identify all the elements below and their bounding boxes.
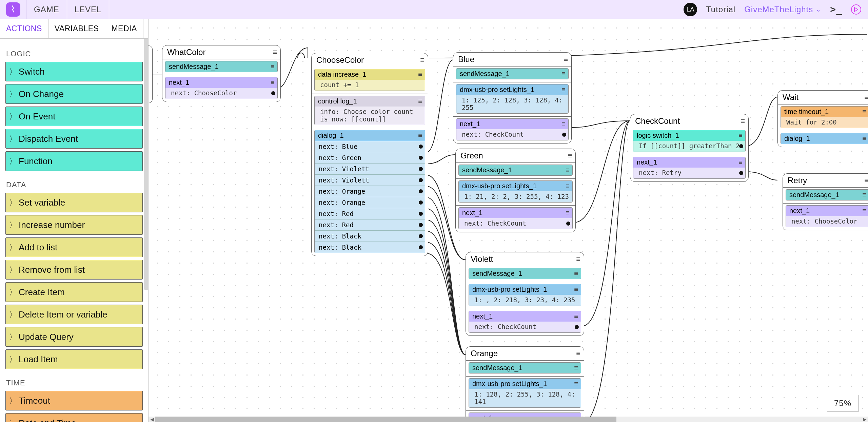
- node-violett[interactable]: Violett≡ sendMessage_1≡ dmx-usb-pro setL…: [466, 252, 584, 336]
- hamburger-icon[interactable]: ≡: [576, 349, 580, 358]
- action-switch[interactable]: 〉Switch: [5, 62, 143, 81]
- action-timeout[interactable]: 〉Timeout: [5, 391, 143, 410]
- output-port[interactable]: [419, 212, 423, 216]
- output-port[interactable]: [271, 91, 275, 95]
- output-port[interactable]: [419, 189, 423, 193]
- action-increase-number[interactable]: 〉Increase number: [5, 215, 143, 235]
- output-port[interactable]: [419, 245, 423, 249]
- tab-variables[interactable]: VARIABLES: [48, 19, 105, 38]
- hamburger-icon[interactable]: ≡: [561, 120, 566, 128]
- tab-media[interactable]: MEDIA: [105, 19, 143, 38]
- hamburger-icon[interactable]: ≡: [574, 270, 578, 277]
- hamburger-icon[interactable]: ≡: [420, 56, 425, 64]
- action-label: Set variable: [19, 197, 65, 208]
- output-port[interactable]: [575, 325, 579, 329]
- hamburger-icon[interactable]: ≡: [418, 132, 422, 139]
- output-port[interactable]: [419, 145, 423, 149]
- hamburger-icon[interactable]: ≡: [566, 209, 570, 217]
- tutorial-link[interactable]: Tutorial: [706, 5, 735, 14]
- play-icon[interactable]: [851, 4, 861, 15]
- output-port[interactable]: [739, 171, 743, 175]
- action-label: Increase number: [19, 220, 85, 230]
- node-retry[interactable]: Retry≡ sendMessage_1≡ next_1≡next: Choos…: [783, 173, 868, 230]
- hamburger-icon[interactable]: ≡: [864, 176, 868, 185]
- output-port[interactable]: [419, 167, 423, 171]
- output-port[interactable]: [419, 223, 423, 227]
- action-function[interactable]: 〉Function: [5, 151, 143, 171]
- action-load-item[interactable]: 〉Load Item: [5, 349, 143, 369]
- dialog-option[interactable]: next: Black: [315, 242, 425, 253]
- dialog-option[interactable]: next: Orange: [315, 186, 425, 197]
- hamburger-icon[interactable]: ≡: [566, 166, 570, 174]
- hamburger-icon[interactable]: ≡: [574, 380, 578, 388]
- menu-game[interactable]: GAME: [26, 0, 67, 19]
- output-port[interactable]: [419, 200, 423, 205]
- action-set-variable[interactable]: 〉Set variable: [5, 193, 143, 212]
- action-update-query[interactable]: 〉Update Query: [5, 327, 143, 347]
- hamburger-icon[interactable]: ≡: [574, 312, 578, 320]
- dialog-option[interactable]: next: Green: [315, 152, 425, 163]
- hamburger-icon[interactable]: ≡: [418, 71, 422, 78]
- zoom-indicator[interactable]: 75%: [827, 395, 859, 412]
- graph-canvas[interactable]: WhatColor≡ sendMessage_1≡ next_1≡next: C…: [149, 19, 868, 422]
- hamburger-icon[interactable]: ≡: [564, 55, 568, 64]
- hamburger-icon[interactable]: ≡: [566, 182, 570, 190]
- action-dispatch-event[interactable]: 〉Dispatch Event: [5, 129, 143, 149]
- hamburger-icon[interactable]: ≡: [568, 151, 572, 160]
- dialog-option[interactable]: next: Black: [315, 230, 425, 242]
- row-title: sendMessage_1: [462, 166, 512, 174]
- hamburger-icon[interactable]: ≡: [418, 97, 422, 105]
- dialog-option[interactable]: next: Orange: [315, 197, 425, 208]
- node-checkcount[interactable]: CheckCount≡ logic switch_1≡If [[count]] …: [630, 114, 749, 182]
- hamburger-icon[interactable]: ≡: [574, 286, 578, 293]
- hamburger-icon[interactable]: ≡: [271, 63, 275, 71]
- hamburger-icon[interactable]: ≡: [561, 70, 566, 78]
- user-avatar[interactable]: LA: [684, 3, 697, 16]
- action-delete-item-or-variable[interactable]: 〉Delete Item or variable: [5, 305, 143, 324]
- project-selector[interactable]: GiveMeTheLights ⌄: [744, 5, 821, 14]
- hamburger-icon[interactable]: ≡: [741, 117, 745, 126]
- hamburger-icon[interactable]: ≡: [864, 93, 868, 102]
- hamburger-icon[interactable]: ≡: [574, 364, 578, 372]
- dialog-option[interactable]: next: Red: [315, 208, 425, 219]
- output-port[interactable]: [419, 178, 423, 182]
- terminal-icon[interactable]: >_: [830, 4, 842, 15]
- output-port[interactable]: [419, 156, 423, 160]
- output-port[interactable]: [739, 144, 743, 148]
- output-port[interactable]: [566, 222, 570, 226]
- dialog-option[interactable]: next: Red: [315, 219, 425, 230]
- action-on-event[interactable]: 〉On Event: [5, 107, 143, 126]
- action-remove-from-list[interactable]: 〉Remove from list: [5, 260, 143, 280]
- app-logo[interactable]: ⌇: [0, 0, 26, 19]
- menu-level[interactable]: LEVEL: [67, 0, 110, 19]
- hamburger-icon[interactable]: ≡: [862, 191, 866, 199]
- hamburger-icon[interactable]: ≡: [273, 48, 277, 57]
- node-whatcolor[interactable]: WhatColor≡ sendMessage_1≡ next_1≡next: C…: [162, 45, 281, 102]
- hamburger-icon[interactable]: ≡: [271, 79, 275, 87]
- node-orange[interactable]: Orange≡ sendMessage_1≡ dmx-usb-pro setLi…: [466, 346, 584, 422]
- dialog-option[interactable]: next: Violett: [315, 174, 425, 186]
- hamburger-icon[interactable]: ≡: [561, 86, 566, 94]
- dialog-option[interactable]: next: Violett: [315, 163, 425, 174]
- node-choosecolor[interactable]: ChooseColor≡ data increase_1≡count += 1 …: [311, 53, 428, 256]
- action-add-to-list[interactable]: 〉Add to list: [5, 237, 143, 257]
- hamburger-icon[interactable]: ≡: [576, 255, 580, 264]
- scroll-right-arrow[interactable]: ▶: [861, 417, 868, 422]
- node-blue[interactable]: Blue≡ sendMessage_1≡ dmx-usb-pro setLigh…: [453, 52, 572, 143]
- output-port[interactable]: [562, 133, 566, 137]
- scroll-left-arrow[interactable]: ◀: [149, 417, 155, 422]
- hamburger-icon[interactable]: ≡: [738, 158, 743, 166]
- tab-actions[interactable]: ACTIONS: [0, 19, 48, 38]
- hamburger-icon[interactable]: ≡: [862, 207, 866, 215]
- hamburger-icon[interactable]: ≡: [862, 108, 866, 116]
- node-wait[interactable]: Wait≡ time timeout_1≡Wait for 2:00 dialo…: [777, 90, 868, 147]
- action-create-item[interactable]: 〉Create Item: [5, 282, 143, 302]
- hamburger-icon[interactable]: ≡: [862, 135, 866, 142]
- node-green[interactable]: Green≡ sendMessage_1≡ dmx-usb-pro setLig…: [455, 149, 576, 232]
- action-date-and-time[interactable]: 〉Date and Time: [5, 413, 143, 422]
- action-on-change[interactable]: 〉On Change: [5, 84, 143, 104]
- dialog-option[interactable]: next: Blue: [315, 141, 425, 152]
- horizontal-scrollbar-thumb[interactable]: [155, 417, 616, 422]
- hamburger-icon[interactable]: ≡: [738, 132, 743, 139]
- output-port[interactable]: [419, 234, 423, 238]
